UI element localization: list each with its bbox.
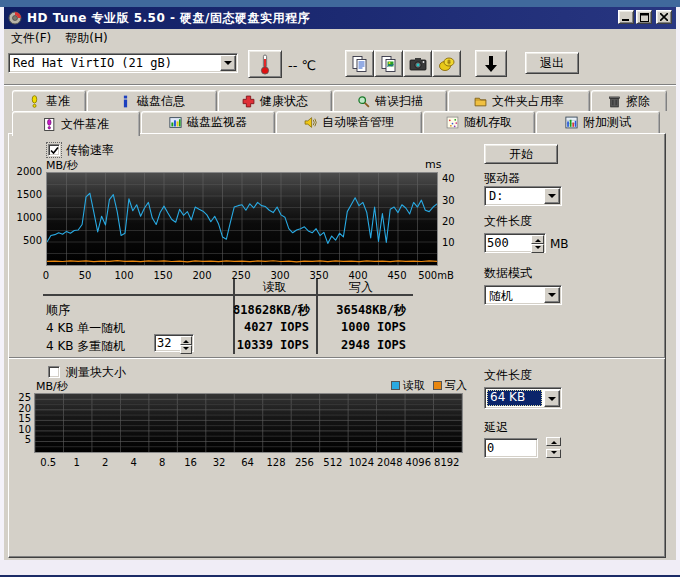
write-value: 2948 IOPS <box>316 338 406 352</box>
title-bar[interactable]: HD Tune 专业版 5.50 - 硬盘/固态硬盘实用程序 <box>4 7 676 29</box>
read-value: 818628KB/秒 <box>233 302 309 319</box>
tab-label: 基准 <box>46 93 70 110</box>
folder-icon <box>474 95 487 108</box>
file-length-down-button[interactable] <box>531 244 544 253</box>
temperature-button[interactable] <box>248 50 282 78</box>
tab-基准[interactable]: 基准 <box>12 90 86 111</box>
block-chart-xtick: 8192 <box>430 457 464 468</box>
delay-down-button[interactable] <box>546 449 561 458</box>
queue-down-button[interactable] <box>180 345 192 354</box>
delay-field[interactable] <box>484 438 538 458</box>
temperature-value: -- <box>288 58 297 73</box>
drive-combo-dropdown-button[interactable] <box>544 188 560 204</box>
chevron-down-icon <box>548 293 556 301</box>
main-chart-xtick: 100 <box>102 270 146 281</box>
queue-depth-spinner[interactable] <box>154 334 194 352</box>
delay-up-button[interactable] <box>546 437 561 446</box>
block-file-length-label: 文件长度 <box>484 367 532 384</box>
health-save-button[interactable] <box>432 50 461 77</box>
transfer-rate-checkbox[interactable] <box>48 144 60 156</box>
tab-label: 磁盘信息 <box>137 93 185 110</box>
main-chart-xtick: 0 <box>24 270 68 281</box>
info-blue-icon <box>119 95 132 108</box>
tab-擦除[interactable]: 擦除 <box>591 90 667 111</box>
block-chart-ylabel: MB/秒 <box>36 379 68 394</box>
thermometer-icon <box>259 53 271 75</box>
block-file-length-combo[interactable]: 64 KB <box>484 387 562 409</box>
camera-icon <box>409 57 427 71</box>
save-results-button[interactable] <box>475 50 507 77</box>
dots-page-icon <box>446 116 459 129</box>
main-chart-ms-tick: 40 <box>442 173 455 184</box>
tab-磁盘信息[interactable]: 磁盘信息 <box>87 90 217 111</box>
page-exclaim-icon <box>43 118 56 131</box>
queue-depth-input[interactable] <box>157 336 177 349</box>
legend-write-label: 写入 <box>445 378 467 393</box>
application-window: HD Tune 专业版 5.50 - 硬盘/固态硬盘实用程序 文件(F) 帮助(… <box>0 0 680 577</box>
file-length-input[interactable] <box>487 235 525 250</box>
file-length-spinner[interactable] <box>484 233 546 253</box>
main-chart-ms-tick: 20 <box>442 216 455 227</box>
exit-button[interactable]: 退出 <box>525 52 579 74</box>
tab-错误扫描[interactable]: 错误扫描 <box>333 90 447 111</box>
main-chart-xtick: 200 <box>180 270 224 281</box>
menu-file[interactable]: 文件(F) <box>4 28 58 49</box>
copy-text-icon <box>351 55 369 73</box>
tab-row-1: 基准磁盘信息健康状态错误扫描文件夹占用率擦除 <box>12 90 667 111</box>
drive-select-dropdown-button[interactable] <box>220 55 236 71</box>
temperature-readout: -- ℃ <box>288 58 316 73</box>
trash-icon <box>608 95 621 108</box>
row-label: 顺序 <box>46 302 70 319</box>
file-length-up-button[interactable] <box>531 235 544 244</box>
screenshot-button[interactable] <box>403 50 432 77</box>
tab-label: 附加测试 <box>583 114 631 131</box>
drive-combo[interactable]: D: <box>484 186 562 206</box>
minimize-button[interactable] <box>618 10 634 24</box>
write-value: 36548KB/秒 <box>316 302 406 319</box>
file-length-unit: MB <box>550 237 569 251</box>
cross-red-icon <box>242 95 255 108</box>
start-button[interactable]: 开始 <box>484 144 558 164</box>
tab-文件夹占用率[interactable]: 文件夹占用率 <box>448 90 590 111</box>
tab-随机存取[interactable]: 随机存取 <box>423 111 535 133</box>
chevron-down-icon <box>548 194 556 202</box>
chevron-down-icon <box>548 397 556 405</box>
tab-自动噪音管理[interactable]: 自动噪音管理 <box>276 111 422 133</box>
maximize-button[interactable] <box>636 10 652 24</box>
legend-write-swatch <box>433 381 442 390</box>
magnifier-icon <box>357 95 370 108</box>
tab-label: 磁盘监视器 <box>187 114 247 131</box>
copy-text-button[interactable] <box>345 50 374 77</box>
tab-附加测试[interactable]: 附加测试 <box>536 111 660 133</box>
block-size-checkbox[interactable] <box>48 366 60 378</box>
tab-磁盘监视器[interactable]: 磁盘监视器 <box>141 111 275 133</box>
main-chart-ytick: 1000 <box>9 212 42 223</box>
drive-select[interactable]: Red Hat VirtIO (21 gB) <box>8 53 238 73</box>
data-mode-dropdown-button[interactable] <box>544 287 560 303</box>
close-button[interactable] <box>656 10 672 24</box>
data-mode-label: 数据模式 <box>484 265 532 282</box>
block-size-checkbox-label: 测量块大小 <box>66 364 126 381</box>
table-row: 4 KB 单一随机4027 IOPS1000 IOPS <box>9 319 667 337</box>
block-chart-ytick: 5 <box>9 434 31 445</box>
block-file-length-dropdown-button[interactable] <box>544 390 560 407</box>
tab-label: 错误扫描 <box>375 93 423 110</box>
table-row: 顺序818628KB/秒36548KB/秒 <box>9 301 667 319</box>
chevron-down-icon <box>224 61 232 69</box>
gold-coins-icon <box>438 55 456 73</box>
main-chart-xtick: 500mB <box>414 270 458 281</box>
main-chart-xtick: 250 <box>219 270 263 281</box>
legend-read-swatch <box>391 381 400 390</box>
drive-combo-value: D: <box>489 189 503 203</box>
app-icon <box>8 11 22 25</box>
tab-文件基准[interactable]: 文件基准 <box>12 111 140 136</box>
tab-健康状态[interactable]: 健康状态 <box>218 90 332 111</box>
file-length-label: 文件长度 <box>484 213 532 230</box>
menu-help[interactable]: 帮助(H) <box>58 28 114 49</box>
queue-up-button[interactable] <box>180 336 192 345</box>
main-chart-ylabel: MB/秒 <box>46 158 78 173</box>
delay-input[interactable] <box>487 440 533 455</box>
row-label: 4 KB 单一随机 <box>46 320 125 337</box>
copy-image-button[interactable] <box>374 50 403 77</box>
data-mode-combo[interactable]: 随机 <box>484 285 562 305</box>
